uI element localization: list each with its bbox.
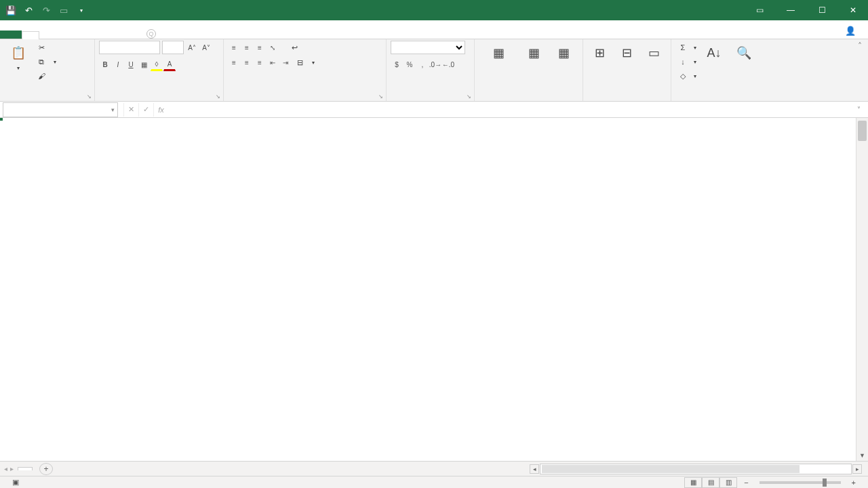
percent-format-icon[interactable]: % bbox=[403, 58, 416, 71]
find-select-button[interactable]: 🔍 bbox=[730, 41, 758, 66]
insert-cells-button[interactable]: ⊞ bbox=[587, 41, 613, 66]
cancel-formula-icon[interactable]: ✕ bbox=[123, 103, 138, 117]
tell-me-search[interactable]: Q bbox=[146, 29, 161, 39]
scissors-icon: ✂ bbox=[36, 42, 47, 53]
align-left-icon[interactable]: ≡ bbox=[228, 56, 240, 69]
tab-insert[interactable] bbox=[39, 31, 56, 39]
customize-qat-icon[interactable]: ▾ bbox=[73, 2, 90, 18]
align-middle-icon[interactable]: ≡ bbox=[241, 41, 253, 54]
italic-button[interactable]: I bbox=[112, 58, 124, 71]
undo-icon[interactable]: ↶ bbox=[20, 2, 37, 18]
sheet-tab-customers[interactable] bbox=[18, 467, 33, 470]
wrap-icon: ↩ bbox=[289, 42, 300, 53]
worksheet-grid[interactable]: ▲ ▼ bbox=[0, 118, 868, 461]
chevron-down-icon[interactable]: ▾ bbox=[111, 106, 115, 113]
dialog-launcher-icon[interactable]: ↘ bbox=[216, 94, 220, 100]
tab-review[interactable] bbox=[104, 31, 121, 39]
macro-record-icon[interactable]: ▣ bbox=[12, 478, 19, 487]
page-layout-view-icon[interactable]: ▤ bbox=[702, 477, 719, 488]
align-right-icon[interactable]: ≡ bbox=[254, 56, 266, 69]
wrap-text-button[interactable]: ↩ bbox=[287, 41, 304, 54]
touch-mode-icon[interactable]: ▭ bbox=[56, 2, 72, 18]
zoom-out-icon[interactable]: − bbox=[744, 479, 748, 487]
fill-icon: ↓ bbox=[677, 56, 688, 67]
accounting-format-icon[interactable]: $ bbox=[391, 58, 403, 71]
format-as-table-button[interactable]: ▦ bbox=[519, 41, 548, 66]
delete-cells-button[interactable]: ⊟ bbox=[614, 41, 640, 66]
sort-filter-button[interactable]: A↓ bbox=[700, 41, 728, 66]
orientation-icon[interactable]: ⤡ bbox=[267, 41, 279, 54]
scroll-down-icon[interactable]: ▼ bbox=[856, 450, 868, 461]
scroll-right-icon[interactable]: ▸ bbox=[852, 464, 862, 474]
scroll-thumb[interactable] bbox=[858, 121, 867, 141]
scroll-left-icon[interactable]: ◂ bbox=[530, 464, 539, 474]
page-break-view-icon[interactable]: ▥ bbox=[719, 477, 737, 488]
maximize-icon[interactable]: ☐ bbox=[810, 0, 834, 20]
ribbon-display-icon[interactable]: ▭ bbox=[747, 0, 772, 20]
decrease-decimal-icon[interactable]: ←.0 bbox=[442, 58, 454, 71]
tab-formulas[interactable] bbox=[72, 31, 88, 39]
enter-formula-icon[interactable]: ✓ bbox=[138, 103, 153, 117]
hscroll-thumb[interactable] bbox=[542, 465, 800, 473]
font-color-button[interactable]: A bbox=[163, 58, 176, 71]
copy-icon: ⧉ bbox=[36, 56, 47, 67]
format-cells-button[interactable]: ▭ bbox=[641, 41, 667, 66]
align-bottom-icon[interactable]: ≡ bbox=[254, 41, 266, 54]
font-size-combo[interactable] bbox=[162, 41, 184, 54]
decrease-indent-icon[interactable]: ⇤ bbox=[267, 56, 279, 69]
increase-indent-icon[interactable]: ⇥ bbox=[279, 56, 292, 69]
cell-styles-icon: ▦ bbox=[553, 42, 574, 64]
increase-font-icon[interactable]: A˄ bbox=[186, 41, 198, 54]
horizontal-scrollbar[interactable]: ◂ ▸ bbox=[540, 464, 852, 474]
add-sheet-button[interactable]: + bbox=[39, 463, 53, 475]
tab-view[interactable] bbox=[121, 31, 137, 39]
align-top-icon[interactable]: ≡ bbox=[228, 41, 240, 54]
tab-file[interactable] bbox=[0, 30, 22, 39]
share-icon: 👤 bbox=[845, 26, 856, 36]
dialog-launcher-icon[interactable]: ↘ bbox=[87, 94, 92, 100]
increase-decimal-icon[interactable]: .0→ bbox=[429, 58, 441, 71]
vertical-scrollbar[interactable]: ▲ ▼ bbox=[856, 118, 868, 461]
titlebar: 💾 ↶ ↷ ▭ ▾ ▭ — ☐ ✕ bbox=[0, 0, 868, 20]
zoom-in-icon[interactable]: + bbox=[852, 479, 856, 487]
format-painter-button[interactable]: 🖌 bbox=[34, 69, 58, 83]
comma-format-icon[interactable]: , bbox=[416, 58, 429, 71]
cell-styles-button[interactable]: ▦ bbox=[549, 41, 578, 66]
sheet-nav-next-icon[interactable]: ▸ bbox=[10, 465, 14, 472]
clear-button[interactable]: ◇▾ bbox=[675, 69, 698, 83]
number-format-combo[interactable] bbox=[391, 41, 465, 54]
collapse-ribbon-icon[interactable]: ˄ bbox=[854, 41, 865, 52]
decrease-font-icon[interactable]: A˅ bbox=[200, 41, 212, 54]
share-button[interactable]: 👤 bbox=[837, 23, 868, 39]
insert-function-icon[interactable]: fx bbox=[153, 103, 168, 117]
expand-formula-bar-icon[interactable]: ˅ bbox=[857, 106, 868, 113]
autosum-button[interactable]: Σ▾ bbox=[675, 41, 698, 54]
merge-center-button[interactable]: ⊟▾ bbox=[292, 56, 317, 69]
bold-button[interactable]: B bbox=[99, 58, 111, 71]
conditional-formatting-button[interactable]: ▦ bbox=[479, 41, 518, 66]
tab-page-layout[interactable] bbox=[56, 31, 72, 39]
redo-icon[interactable]: ↷ bbox=[38, 2, 54, 18]
name-box[interactable]: ▾ bbox=[3, 102, 118, 117]
border-button[interactable]: ▦ bbox=[138, 58, 150, 71]
font-name-combo[interactable] bbox=[99, 41, 160, 54]
save-icon[interactable]: 💾 bbox=[3, 2, 19, 18]
formula-bar[interactable] bbox=[168, 103, 857, 117]
tab-data[interactable] bbox=[88, 31, 104, 39]
copy-button[interactable]: ⧉▾ bbox=[34, 55, 58, 68]
fill-button[interactable]: ↓▾ bbox=[675, 55, 698, 68]
minimize-icon[interactable]: — bbox=[778, 0, 803, 20]
paintbrush-icon: 🖌 bbox=[36, 70, 47, 81]
tab-home[interactable] bbox=[22, 31, 39, 39]
paste-button[interactable]: 📋 ▾ bbox=[4, 41, 33, 73]
normal-view-icon[interactable]: ▦ bbox=[684, 477, 702, 488]
underline-button[interactable]: U bbox=[125, 58, 137, 71]
dialog-launcher-icon[interactable]: ↘ bbox=[378, 94, 383, 100]
close-icon[interactable]: ✕ bbox=[841, 0, 865, 20]
dialog-launcher-icon[interactable]: ↘ bbox=[467, 94, 471, 100]
cut-button[interactable]: ✂ bbox=[34, 41, 58, 54]
zoom-slider[interactable] bbox=[760, 481, 841, 484]
align-center-icon[interactable]: ≡ bbox=[241, 56, 253, 69]
fill-color-button[interactable]: ◊ bbox=[151, 58, 163, 71]
sheet-nav-prev-icon[interactable]: ◂ bbox=[4, 465, 7, 472]
